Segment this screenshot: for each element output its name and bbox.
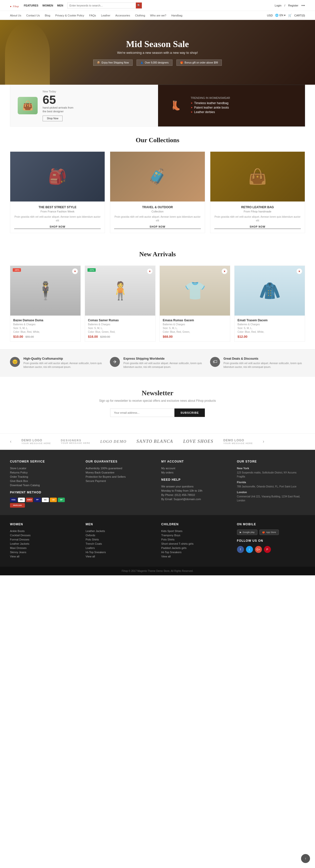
footer-cs-link-1[interactable]: Store Locator	[10, 467, 78, 470]
footer-children-view-all[interactable]: View all	[161, 555, 230, 558]
nav-contact[interactable]: Contact Us	[26, 14, 39, 17]
footer-women-view-all[interactable]: View all	[10, 555, 78, 558]
twitter-icon[interactable]: t	[246, 546, 253, 553]
google-play-badge[interactable]: ▶ Google play	[237, 529, 257, 535]
promo-shop-btn[interactable]: Shop Now	[42, 116, 62, 121]
collection-title-3: RETRO LEATHER BAG	[214, 206, 301, 209]
footer-cs-link-3[interactable]: Order Tracking	[10, 475, 78, 478]
new-today-label: New Today	[42, 90, 75, 93]
brands-next-arrow[interactable]: ›	[263, 439, 264, 444]
nav-leather[interactable]: Leather	[101, 14, 110, 17]
nav-features[interactable]: FEATURES	[24, 4, 38, 7]
footer-women-link-3[interactable]: Formal Dresses	[10, 538, 78, 541]
footer-children-link-5[interactable]: Padded Jackets girls	[161, 547, 230, 550]
footer-g-link-3[interactable]: Protection for Buyers and Sellers	[86, 475, 154, 478]
footer-men-link-3[interactable]: Polo Shirts	[86, 538, 154, 541]
wishlist-btn-3[interactable]: ♥	[222, 268, 228, 274]
footer-men-link-4[interactable]: Trench Coats	[86, 542, 154, 545]
footer-men-link-2[interactable]: Oxfords	[86, 534, 154, 537]
googleplus-icon[interactable]: G+	[255, 546, 262, 553]
product-img-2: -20% 🧍 ♥	[85, 266, 155, 316]
more-options[interactable]: •••	[301, 3, 305, 7]
newsletter-subscribe-btn[interactable]: SUBSCRIBE	[174, 408, 205, 417]
brand-2[interactable]: DESIGNERS YOUR MESSAGE HERE	[61, 439, 90, 444]
brand-3[interactable]: Logo Demo	[100, 439, 126, 444]
login-link[interactable]: Login	[275, 4, 281, 7]
collection-btn-2[interactable]: SHOP NOW	[114, 225, 201, 229]
collection-desc-2: Proin gravida nibh vel velit auctor aliq…	[114, 215, 201, 222]
nav-men[interactable]: MEN	[57, 4, 63, 7]
search-input[interactable]	[67, 4, 136, 7]
brand-6[interactable]: DEMO LOGO Your message here	[223, 439, 253, 444]
footer-men-view-all[interactable]: View all	[86, 555, 154, 558]
wishlist-btn-4[interactable]: ♥	[296, 268, 302, 274]
footer-women-link-1[interactable]: Ankle Boots	[10, 529, 78, 532]
footer-women-link-2[interactable]: Cocktail Dresses	[10, 534, 78, 537]
nav-privacy[interactable]: Privacy & Cookie Policy	[55, 14, 84, 17]
currency-cart: USD 🌐 EN ▾ 🛒 CART(0)	[267, 14, 305, 17]
brand-5[interactable]: Love Shoes	[183, 439, 213, 444]
language-selector[interactable]: 🌐 EN ▾	[275, 14, 285, 17]
product-name-3: Emasa Rumas Gacem	[163, 318, 227, 322]
promo-trending: 👢 Trending in Womenswear ➤ Timeless leat…	[158, 85, 305, 126]
cart-icon[interactable]: 🛒	[288, 14, 292, 17]
footer-men-link-6[interactable]: Hi-Top Sneakers	[86, 551, 154, 554]
collection-btn-3[interactable]: SHOP NOW	[214, 225, 301, 229]
nav-whoarewe[interactable]: Who are we?	[150, 14, 166, 17]
footer-g-link-4[interactable]: Secure Payment	[86, 479, 154, 483]
wishlist-btn-2[interactable]: ♥	[147, 268, 153, 274]
payment-pp: PP	[34, 498, 41, 502]
product-size-4: Size: S, M, L,	[237, 327, 302, 330]
footer-cs-link-2[interactable]: Returns Policy	[10, 471, 78, 474]
promo-new-today-content: New Today 65 hand-picked arrivals from t…	[42, 90, 75, 121]
search-button[interactable]: 🔍	[136, 2, 142, 8]
brand-1[interactable]: DEMO LOGO Your message here	[22, 439, 51, 444]
footer-women-link-5[interactable]: Maxi Dresses	[10, 547, 78, 550]
product-figure-4: 🧥	[259, 280, 281, 301]
brands-bar: ‹ DEMO LOGO Your message here DESIGNERS …	[0, 433, 315, 450]
brands-prev-arrow[interactable]: ‹	[10, 439, 11, 444]
footer-cs-link-5[interactable]: Download Team Catalog	[10, 484, 78, 487]
newsletter-email-input[interactable]	[110, 408, 174, 417]
footer-cs-link-4[interactable]: Give Back Box	[10, 479, 78, 483]
footer-children-link-2[interactable]: Trampony Boys	[161, 534, 230, 537]
nav-women[interactable]: WOMEN	[42, 4, 53, 7]
footer-follow-title: FOLLOW US ON	[237, 539, 305, 542]
register-link[interactable]: Register	[288, 4, 298, 7]
nav-handbag[interactable]: Handbag	[171, 14, 182, 17]
footer-men-link-5[interactable]: Loafers	[86, 547, 154, 550]
footer-cs-title: CUSTOMER SERVICE	[10, 460, 78, 463]
hero-person	[5, 23, 50, 85]
nav-accessories[interactable]: Accessories	[115, 14, 130, 17]
footer-g-link-1[interactable]: Authenticity 100% guaranteed	[86, 467, 154, 470]
collection-card-3: 👜 RETRO LEATHER BAG From Fihop handmade …	[210, 151, 305, 233]
footer-men-link-1[interactable]: Leather Jackets	[86, 529, 154, 532]
collection-btn-1[interactable]: SHOP NOW	[14, 225, 101, 229]
product-badge-2: -20%	[87, 268, 96, 272]
header: ● Fihop FEATURES WOMEN MEN 🔍 Login / Reg…	[0, 0, 315, 11]
footer-acct-link-1[interactable]: My account	[161, 467, 230, 470]
footer-g-link-2[interactable]: Money Back Guarantee	[86, 471, 154, 474]
footer-children-link-1[interactable]: Kids Sport Shoes	[161, 529, 230, 532]
nav-clothing[interactable]: Clothing	[135, 14, 145, 17]
pinterest-icon[interactable]: P	[264, 546, 271, 553]
footer-women-link-4[interactable]: Leather Jackets	[10, 542, 78, 545]
wishlist-btn-1[interactable]: ♥	[72, 268, 78, 274]
brand-4[interactable]: Santo blanca	[137, 439, 173, 444]
collection-emoji-3: 👜	[210, 152, 305, 202]
footer-women-link-6[interactable]: Skinny Jeans	[10, 551, 78, 554]
currency-selector[interactable]: USD	[267, 14, 273, 17]
feature-title-3: Great Deals & Discounts	[224, 357, 305, 361]
cart-label[interactable]: CART(0)	[294, 14, 305, 17]
footer-children-link-4[interactable]: Short sleeved T-shirts girls	[161, 542, 230, 545]
promo-trending-content: Trending in Womenswear ➤ Timeless leathe…	[191, 96, 230, 115]
footer-acct-link-2[interactable]: My orders	[161, 471, 230, 474]
nav-blog[interactable]: Blog	[45, 14, 50, 17]
footer-children-link-3[interactable]: Polo Shirts	[161, 538, 230, 541]
nav-faqs[interactable]: FAQs	[89, 14, 96, 17]
facebook-icon[interactable]: f	[237, 546, 244, 553]
app-store-badge[interactable]: 🍎 App Store	[259, 529, 279, 535]
footer-children-link-6[interactable]: Hi-Top Sneakers	[161, 551, 230, 554]
site-logo[interactable]: ● Fihop	[10, 2, 19, 9]
nav-about[interactable]: About Us	[10, 14, 21, 17]
